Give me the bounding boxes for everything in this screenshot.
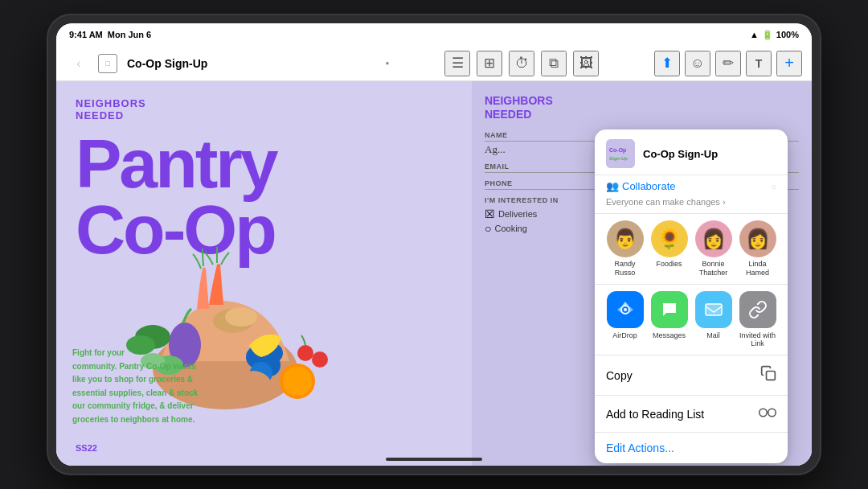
ipad-screen: 9:41 AM Mon Jun 6 ▲ 🔋 100% ‹ □ Co-Op Sig… — [56, 23, 812, 466]
avatar-name-bonnie: BonnieThatcher — [699, 260, 728, 277]
edit-actions-row[interactable]: Edit Actions... — [595, 432, 788, 463]
poster-tag: SS22 — [76, 443, 97, 453]
deliveries-label: Deliveries — [498, 209, 537, 219]
svg-rect-25 — [767, 372, 776, 380]
cooking-label: Cooking — [494, 224, 526, 233]
poster-title-pantry: Pantry — [76, 131, 276, 197]
edited-badge: ● — [386, 60, 390, 67]
toolbar: ‹ □ Co-Op Sign-Up ● ☰ ⊞ ⏱ ⧉ 🖼 ⬆ ☺ ✏ T + — [56, 46, 812, 81]
text-button[interactable]: T — [746, 51, 772, 76]
poster-bottom-text: Fight for your community. Pantry Co-Op w… — [72, 346, 464, 425]
status-left: 9:41 AM Mon Jun 6 — [69, 30, 151, 39]
popup-doc-thumb: Co-Op Sign-Up — [606, 139, 635, 168]
status-time: 9:41 AM — [69, 30, 103, 39]
reading-list-label: Add to Reading List — [606, 408, 704, 421]
avatar-randy[interactable]: 👨 RandyRusso — [607, 220, 644, 277]
svg-text:Co-Op: Co-Op — [609, 147, 626, 154]
share-button[interactable]: ⬆ — [654, 51, 680, 76]
cooking-checkbox[interactable]: ○ — [485, 222, 491, 235]
copy-action[interactable]: Copy — [595, 355, 788, 395]
avatar-name-linda: LindaHamed — [746, 260, 769, 277]
back-button[interactable]: ‹ — [66, 51, 92, 76]
battery-percent: 100% — [776, 30, 799, 39]
reading-list-action[interactable]: Add to Reading List — [595, 395, 788, 432]
toolbar-center: ☰ ⊞ ⏱ ⧉ 🖼 — [395, 51, 648, 76]
permission-row[interactable]: Everyone can make changes — [595, 197, 788, 213]
layers-button[interactable]: ⧉ — [541, 51, 567, 76]
mail-icon — [695, 291, 732, 328]
copy-icon — [760, 365, 776, 385]
status-date: Mon Jun 6 — [108, 30, 151, 39]
invite-link-label: Invited withLink — [739, 331, 776, 349]
collaborate-row[interactable]: 👥 Collaborate ○ — [595, 175, 788, 197]
svg-rect-23 — [706, 304, 722, 315]
copy-label: Copy — [606, 369, 633, 382]
poster-header: NEIGHBORSNEEDED — [76, 97, 146, 121]
share-options-row: AirDrop Messages — [595, 284, 788, 355]
avatar-linda[interactable]: 👩 LindaHamed — [739, 220, 776, 277]
avatar-name-randy: RandyRusso — [614, 260, 635, 277]
poster-section: NEIGHBORSNEEDED Pantry Co-Op — [56, 81, 472, 466]
messages-icon — [651, 291, 688, 328]
popup-doc-title: Co-Op Sign-Up — [643, 148, 718, 160]
permission-text: Everyone can make changes — [606, 197, 720, 207]
svg-text:Sign-Up: Sign-Up — [609, 156, 628, 161]
avatar-emoji-linda: 👩 — [746, 228, 770, 250]
popup-doc-info: Co-Op Sign-Up — [643, 148, 718, 160]
airdrop-icon — [607, 291, 644, 328]
avatar-emoji-foodies: 🌻 — [657, 228, 682, 250]
avatar-circle-foodies: 🌻 — [651, 220, 688, 257]
grid-view-button[interactable]: ⊞ — [477, 51, 502, 76]
wifi-icon: ▲ — [750, 30, 759, 39]
popup-header: Co-Op Sign-Up Co-Op Sign-Up — [595, 129, 788, 175]
avatar-circle-linda: 👩 — [739, 220, 776, 257]
mail-label: Mail — [706, 331, 720, 340]
ipad-frame: 9:41 AM Mon Jun 6 ▲ 🔋 100% ‹ □ Co-Op Sig… — [48, 15, 820, 474]
home-indicator — [386, 458, 482, 461]
collaborate-label: Collaborate — [622, 180, 676, 192]
share-option-airdrop[interactable]: AirDrop — [607, 291, 644, 349]
content-area: NEIGHBORSNEEDED Pantry Co-Op — [56, 81, 812, 466]
share-option-messages[interactable]: Messages — [651, 291, 688, 349]
history-button[interactable]: ⏱ — [509, 51, 534, 76]
avatar-circle-randy: 👨 — [607, 220, 644, 257]
image-button[interactable]: 🖼 — [573, 51, 599, 76]
battery-icon: 🔋 — [762, 30, 773, 40]
pen-button[interactable]: ✏ — [715, 51, 741, 76]
svg-point-13 — [225, 307, 257, 327]
toolbar-right: ⬆ ☺ ✏ T + — [654, 51, 802, 76]
collaborate-chevron: ○ — [771, 182, 776, 191]
messages-label: Messages — [653, 331, 686, 340]
add-button[interactable]: + — [776, 51, 802, 76]
avatar-circle-bonnie: 👩 — [695, 220, 732, 257]
collaborate-icon: 👥 — [606, 180, 619, 192]
share-option-link[interactable]: Invited withLink — [739, 291, 776, 349]
doc-icon-symbol: □ — [105, 60, 109, 68]
invite-link-icon — [739, 291, 776, 328]
share-popup: Co-Op Sign-Up Co-Op Sign-Up 👥 Collaborat… — [595, 129, 788, 463]
svg-rect-18 — [606, 139, 635, 168]
avatar-emoji-randy: 👨 — [613, 228, 637, 250]
doc-title: Co-Op Sign-Up — [127, 57, 379, 70]
avatar-bonnie[interactable]: 👩 BonnieThatcher — [695, 220, 732, 277]
edit-actions-label: Edit Actions... — [606, 442, 674, 454]
status-right: ▲ 🔋 100% — [750, 30, 799, 40]
svg-point-26 — [760, 409, 767, 416]
avatar-foodies[interactable]: 🌻 Foodies — [651, 220, 688, 277]
airdrop-label: AirDrop — [612, 331, 637, 340]
reading-list-icon — [759, 405, 776, 422]
avatar-name-foodies: Foodies — [656, 260, 682, 269]
deliveries-checkbox[interactable]: ☒ — [485, 208, 495, 220]
toolbar-nav: ‹ — [66, 51, 92, 76]
svg-point-22 — [624, 308, 627, 311]
avatar-emoji-bonnie: 👩 — [702, 228, 726, 250]
svg-point-27 — [768, 409, 776, 416]
list-view-button[interactable]: ☰ — [444, 51, 470, 76]
emoji-button[interactable]: ☺ — [685, 51, 710, 76]
doc-icon: □ — [98, 54, 117, 73]
share-option-mail[interactable]: Mail — [695, 291, 732, 349]
form-header: NEIGHBORSNEEDED — [485, 94, 799, 121]
status-bar: 9:41 AM Mon Jun 6 ▲ 🔋 100% — [56, 23, 812, 46]
avatars-row: 👨 RandyRusso 🌻 Foodies 👩 — [595, 213, 788, 284]
